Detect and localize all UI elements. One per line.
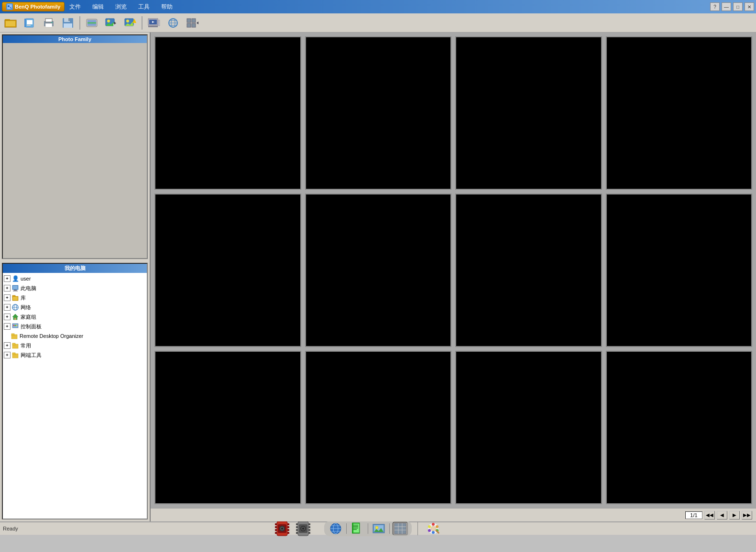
close-button[interactable]: ✕ [745,2,754,11]
tree-item-user[interactable]: + 👤 user [3,274,147,283]
share-icon [166,16,180,30]
svg-point-120 [431,526,436,531]
photo-cell-5[interactable] [154,194,301,347]
tree-item-common[interactable]: + 常用 [3,341,147,350]
photo-cell-4[interactable] [606,36,753,190]
svg-rect-50 [13,297,18,300]
tree-item-library[interactable]: + 库 [3,293,147,303]
minimize-button[interactable]: — [722,2,731,11]
effects-icon [123,16,137,30]
expand-library[interactable]: + [4,294,11,301]
svg-rect-45 [13,286,18,289]
svg-rect-5 [6,21,15,26]
film-canister-1[interactable] [273,520,292,537]
slideshow-button[interactable] [145,15,163,31]
expand-controlpanel[interactable]: + [4,323,11,330]
status-text: Ready [3,526,18,531]
tree-item-webtools[interactable]: + 网端工具 [3,350,147,360]
svg-rect-47 [13,291,18,292]
page-display: 1/1 [685,511,702,519]
photo-cell-12[interactable] [606,351,753,504]
album-button[interactable] [21,15,38,31]
main-layout: Photo Family 我的电脑 + 👤 user + [0,32,756,521]
photo-cell-9[interactable] [154,351,301,504]
globe-toolbar-btn[interactable] [328,522,343,535]
svg-point-117 [432,531,435,534]
svg-point-60 [16,325,18,326]
photo-grid-container[interactable] [151,32,756,508]
svg-rect-70 [275,529,277,531]
prev-page-button[interactable]: ◀ [717,511,727,520]
expand-webtools[interactable]: + [4,352,11,358]
photo-cell-2[interactable] [305,36,452,190]
scan-button[interactable] [83,15,100,31]
tree-item-computer[interactable]: + 此电脑 [3,283,147,293]
svg-rect-88 [308,532,310,534]
svg-rect-9 [27,25,31,26]
print-button[interactable] [40,15,57,31]
maximize-button[interactable]: □ [733,2,743,11]
next-page-button[interactable]: ▶ [729,511,740,520]
photo-cell-3[interactable] [455,36,602,190]
file-tree[interactable]: 我的电脑 + 👤 user + 此电脑 [2,263,148,520]
photo-toolbar-btn[interactable] [371,522,386,535]
svg-rect-84 [296,532,298,534]
svg-point-107 [375,526,378,529]
svg-rect-81 [296,523,298,525]
book-toolbar-btn[interactable] [350,522,365,535]
last-page-button[interactable]: ▶▶ [742,511,752,520]
first-page-button[interactable]: ◀◀ [704,511,715,520]
photo-cell-11[interactable] [455,351,602,504]
app-icon [6,3,13,10]
save-button[interactable] [59,15,77,31]
app-menu-button[interactable]: BenQ Photofamily [2,2,65,11]
svg-point-79 [281,528,283,530]
save-icon [61,16,75,30]
svg-rect-8 [27,20,33,24]
help-button[interactable]: ? [710,2,720,11]
palette-toolbar-btn[interactable] [426,522,441,535]
menu-file[interactable]: 文件 [67,2,83,12]
photo-cell-1[interactable] [154,36,301,190]
effects-button[interactable] [121,15,139,31]
network-icon [11,303,19,311]
sidebar: Photo Family 我的电脑 + 👤 user + [0,32,151,521]
tree-item-homegroup[interactable]: + 家庭组 [3,312,147,322]
photo-cell-8[interactable] [606,194,753,347]
svg-rect-108 [394,523,406,534]
expand-user[interactable]: + [4,275,11,282]
open-folder-button[interactable] [2,15,19,31]
library-icon [11,294,19,302]
photo-cell-7[interactable] [455,194,602,347]
slideshow-icon [147,16,161,30]
grid-toolbar-btn[interactable] [393,522,408,535]
grid-view-button[interactable] [184,15,201,31]
share-button[interactable] [164,15,182,31]
svg-rect-103 [353,529,357,530]
menu-tools[interactable]: 工具 [136,2,152,12]
svg-rect-100 [353,525,358,526]
album-icon [23,16,36,30]
svg-rect-32 [148,26,158,27]
menu-help[interactable]: 帮助 [159,2,175,12]
expand-common[interactable]: + [4,342,11,349]
open-folder-icon [4,16,17,30]
title-bar: BenQ Photofamily 文件 编辑 浏览 工具 帮助 ? — □ ✕ [0,0,756,13]
photo-cell-10[interactable] [305,351,452,504]
expand-homegroup[interactable]: + [4,314,11,320]
svg-rect-16 [68,18,70,21]
film-canister-2[interactable] [294,520,313,537]
controlpanel-icon [11,323,19,330]
tree-item-network[interactable]: + 网络 [3,303,147,312]
print-icon [42,16,55,30]
svg-rect-71 [275,532,277,534]
menu-view[interactable]: 浏览 [113,2,129,12]
edit-photo-button[interactable] [102,15,120,31]
svg-rect-74 [287,529,289,531]
tree-item-remote[interactable]: Remote Desktop Organizer [3,331,147,341]
expand-network[interactable]: + [4,304,11,311]
expand-computer[interactable]: + [4,285,11,292]
photo-cell-6[interactable] [305,194,452,347]
tree-item-controlpanel[interactable]: + 控制面板 [3,322,147,331]
menu-edit[interactable]: 编辑 [90,2,106,12]
